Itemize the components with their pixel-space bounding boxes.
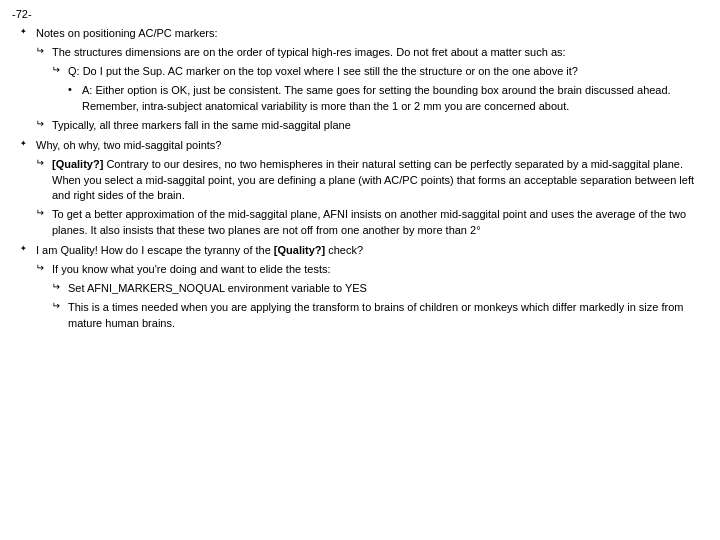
iam-text-after: check? [325,244,363,256]
iam-text-before: I am Quality! How do I escape the tyrann… [36,244,274,256]
main-content: Notes on positioning AC/PC markers: The … [12,26,708,332]
structures-text: The structures dimensions are on the ord… [52,46,566,58]
typically-text: Typically, all three markers fall in the… [52,119,351,131]
notes-label: Notes on positioning AC/PC markers: [36,27,218,39]
top-level-list: Notes on positioning AC/PC markers: The … [20,26,708,332]
setenv-text: Set AFNI_MARKERS_NOQUAL environment vari… [68,282,367,294]
list-item-quality: [Quality?] Contrary to our desires, no t… [36,157,708,205]
quality-text: [Quality?] Contrary to our desires, no t… [52,158,694,202]
page-number: -72- [12,8,708,20]
list-item-ifyou: If you know what you're doing and want t… [36,262,708,332]
list-item-a: A: Either option is OK, just be consiste… [68,83,708,115]
q-text: Q: Do I put the Sup. AC marker on the to… [68,65,578,77]
notes-children: The structures dimensions are on the ord… [36,45,708,134]
why-label: Why, oh why, two mid-saggital points? [36,139,221,151]
list-item-iam: I am Quality! How do I escape the tyrann… [20,243,708,332]
better-text: To get a better approximation of the mid… [52,208,686,236]
list-item-setenv: Set AFNI_MARKERS_NOQUAL environment vari… [52,281,708,297]
ifyou-children: Set AFNI_MARKERS_NOQUAL environment vari… [52,281,708,332]
list-item-structures: The structures dimensions are on the ord… [36,45,708,115]
list-item-typically: Typically, all three markers fall in the… [36,118,708,134]
ifyou-text: If you know what you're doing and want t… [52,263,331,275]
quality-body: Contrary to our desires, no two hemisphe… [52,158,694,202]
list-item-notes: Notes on positioning AC/PC markers: The … [20,26,708,134]
times-text: This is a times needed when you are appl… [68,301,683,329]
q-children: A: Either option is OK, just be consiste… [68,83,708,115]
list-item-times: This is a times needed when you are appl… [52,300,708,332]
structures-children: Q: Do I put the Sup. AC marker on the to… [52,64,708,115]
why-children: [Quality?] Contrary to our desires, no t… [36,157,708,240]
a-text: A: Either option is OK, just be consiste… [82,84,671,112]
quality-tag-2: [Quality?] [274,244,325,256]
list-item-better: To get a better approximation of the mid… [36,207,708,239]
list-item-why: Why, oh why, two mid-saggital points? [Q… [20,138,708,240]
iam-children: If you know what you're doing and want t… [36,262,708,332]
list-item-q: Q: Do I put the Sup. AC marker on the to… [52,64,708,115]
quality-tag-1: [Quality?] [52,158,103,170]
iam-label: I am Quality! How do I escape the tyrann… [36,244,363,256]
